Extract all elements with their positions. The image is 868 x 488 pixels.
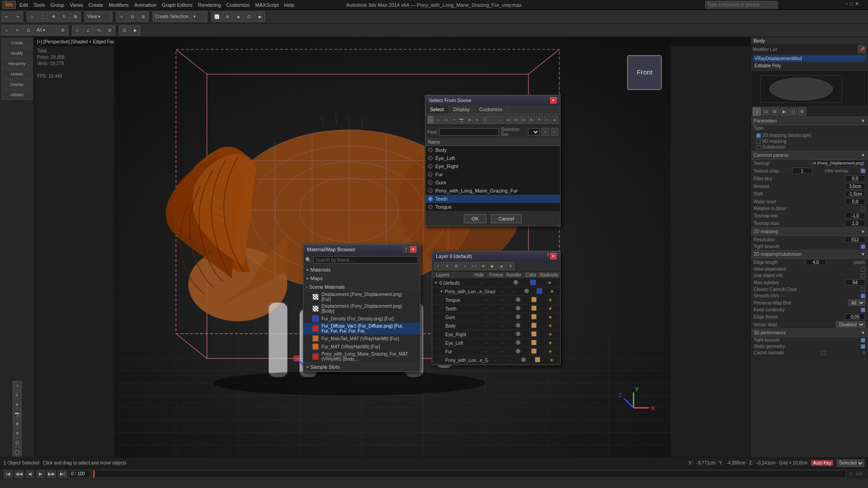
lp-render-body[interactable] (510, 323, 526, 328)
menu-graph-editors[interactable]: Graph Editors (162, 2, 193, 8)
sfs-item-body[interactable]: Body (425, 146, 560, 154)
anim-go-start[interactable]: |◀ (4, 470, 13, 478)
lp-hide-eye-right[interactable]: --- (477, 332, 494, 337)
rp-2d-subdiv-section[interactable]: 2D mapping/subdivision ▼ (751, 250, 868, 258)
ls-helper-icon[interactable]: ⊕ (13, 419, 22, 428)
tb2-filter-dropdown[interactable]: All ▾ (34, 25, 57, 35)
lp-row-0[interactable]: ▼ 0 (default) --- --- ☀ (432, 279, 560, 287)
lp-hide-tongue[interactable]: --- (477, 298, 494, 302)
rp-nav-display[interactable]: ◻ (789, 108, 797, 116)
lp-btn-select-objs[interactable]: ⊹ (461, 262, 469, 270)
sfs-item-eye-left[interactable]: Eye_Left (425, 154, 560, 162)
lp-expand-1[interactable]: ▼ (439, 289, 443, 294)
mb-search-input[interactable] (313, 256, 418, 263)
lp-rad-0[interactable]: ☀ (541, 280, 558, 286)
mb-item-5[interactable]: Fur_MAT (VRayHairMtl) [Fur] (303, 343, 420, 351)
lp-rad-tongue[interactable]: ☀ (542, 297, 558, 303)
rp-tex-chan-val[interactable]: 1 (792, 168, 812, 174)
rp-amount-val[interactable]: 3,0cm (845, 183, 865, 189)
lp-row-teeth[interactable]: Teeth --- --- ☀ (432, 305, 560, 313)
lp-freeze-0[interactable]: --- (491, 281, 508, 285)
anim-play[interactable]: ▶ (36, 470, 45, 478)
sfs-cancel-btn[interactable]: Cancel (491, 214, 522, 223)
tb2-select[interactable]: ⊹ (2, 25, 12, 35)
rp-edge-length-val[interactable]: 4,0 (806, 259, 826, 265)
ls-display[interactable]: Display (2, 80, 33, 89)
rp-nav-motion[interactable]: ▶ (780, 108, 788, 116)
lp-hide-body[interactable]: --- (477, 324, 494, 328)
lp-btn-freeze-icon[interactable]: ❄ (479, 262, 487, 270)
lp-hide-eye-left[interactable]: --- (477, 341, 494, 345)
rp-type-3d[interactable]: 3D mapping (754, 138, 865, 144)
sfs-icon-helpers[interactable]: ⊕ (466, 116, 473, 124)
menu-maxscript[interactable]: MAXScript (255, 2, 279, 8)
sfs-icon-lights[interactable]: ☀ (451, 116, 458, 124)
sfs-icon-shapes[interactable]: ⊡ (443, 116, 449, 124)
sfs-icon-cameras[interactable]: 📷 (458, 116, 465, 124)
lp-close-btn[interactable]: ✕ (550, 253, 557, 259)
lp-help-btn[interactable]: ? (547, 253, 549, 259)
sfs-icon-color[interactable]: ◈ (552, 116, 558, 124)
rp-common-params-section[interactable]: Common params ▼ (751, 151, 868, 160)
rp-smooth-uvs-cb[interactable] (861, 294, 865, 298)
rp-filter-blur-val[interactable]: 0,0 (845, 175, 865, 182)
sfs-radio-fur[interactable] (428, 172, 433, 177)
ls-create[interactable]: Create (2, 38, 33, 48)
lp-freeze-pony2[interactable]: --- (503, 358, 517, 362)
tb2-snap[interactable]: ⊹ (72, 25, 82, 35)
rp-rel-bbox-cb[interactable] (861, 206, 865, 211)
ls-camera-icon[interactable]: 📷 (13, 409, 22, 418)
tb2-options[interactable]: ⚙ (58, 25, 68, 35)
lp-freeze-1[interactable]: --- (508, 289, 521, 294)
menu-help[interactable]: Help (284, 2, 295, 8)
rp-texmap-max-val[interactable]: 1,0 (845, 220, 865, 226)
rp-static-geom-cb[interactable] (861, 344, 865, 349)
lp-row-pony2[interactable]: Pony_with_Lon...e_G --- --- ☀ (432, 356, 560, 365)
rp-water-level-val[interactable]: 0,0 (845, 198, 865, 205)
tb2-percent-snap[interactable]: % (94, 25, 104, 35)
ls-snap-icon[interactable]: ⊹ (13, 381, 22, 390)
lp-btn-delete[interactable]: ✕ (443, 262, 451, 270)
minimize-btn[interactable]: ─ (845, 1, 849, 7)
lp-hide-1[interactable]: --- (495, 289, 508, 294)
lp-rad-pony2[interactable]: ☀ (544, 357, 558, 363)
lp-render-gum[interactable] (510, 314, 526, 320)
tb-named-sel[interactable]: Create Selection... ▾ (153, 12, 207, 22)
tb-render[interactable]: ▶ (255, 12, 265, 22)
lp-btn-add[interactable]: + (434, 262, 442, 270)
lp-freeze-eye-right[interactable]: --- (494, 332, 510, 337)
lp-hide-0[interactable]: --- (473, 281, 491, 285)
sfs-radio-tongue[interactable] (428, 205, 433, 209)
tb-select[interactable]: ⊹ (27, 12, 37, 22)
rp-resolution-val[interactable]: 512 (845, 236, 865, 243)
mb-item-1[interactable]: Displacement (Pony_Displacement.png) [Bo… (303, 303, 420, 314)
tb2-paint[interactable]: ✏ (13, 25, 23, 35)
tb2-angle-snap[interactable]: ∠ (83, 25, 93, 35)
tb-render-setup[interactable]: ⊡ (244, 12, 254, 22)
modifier-editable-poly[interactable]: Editable Poly (753, 62, 866, 70)
sfs-item-gum[interactable]: Gum (425, 178, 560, 187)
mb-item-6[interactable]: Pony_with_Long_Mane_Grazing_Fur_MAT (VRa… (303, 351, 420, 362)
mb-scene-materials-hdr[interactable]: - Scene Materials (303, 283, 420, 291)
lp-row-fur[interactable]: Fur --- --- ☀ (432, 347, 560, 356)
lp-color-body[interactable] (526, 323, 542, 329)
ls-layer-icon[interactable]: ≡ (13, 390, 22, 399)
tb2-render-frame[interactable]: ⊡ (119, 25, 129, 35)
rp-nav-hierarchy[interactable]: ⊞ (771, 108, 779, 116)
lp-color-gum[interactable] (526, 314, 542, 320)
lp-color-eye-right[interactable] (526, 331, 542, 338)
modifier-vray-displacement[interactable]: VRayDisplacementMod (753, 55, 866, 62)
lp-freeze-gum[interactable]: --- (494, 315, 510, 319)
sfs-item-pony[interactable]: Pony_with_Long_Mane_Grazing_Fur (425, 187, 560, 195)
menu-create[interactable]: Create (88, 2, 103, 8)
sfs-radio-pony[interactable] (428, 188, 433, 193)
mb-help-btn[interactable]: ? (403, 246, 409, 253)
lp-row-tongue[interactable]: Tongue --- --- ☀ (432, 296, 560, 305)
rp-nav-create[interactable]: ⊹ (753, 108, 761, 116)
lp-hide-pony2[interactable]: --- (489, 358, 503, 362)
lp-rad-teeth[interactable]: ☀ (542, 306, 558, 312)
lp-freeze-tongue[interactable]: --- (494, 298, 510, 302)
lp-rad-body[interactable]: ☀ (542, 323, 558, 329)
anim-prev[interactable]: ◀ (25, 470, 34, 478)
menu-rendering[interactable]: Rendering (198, 2, 221, 8)
